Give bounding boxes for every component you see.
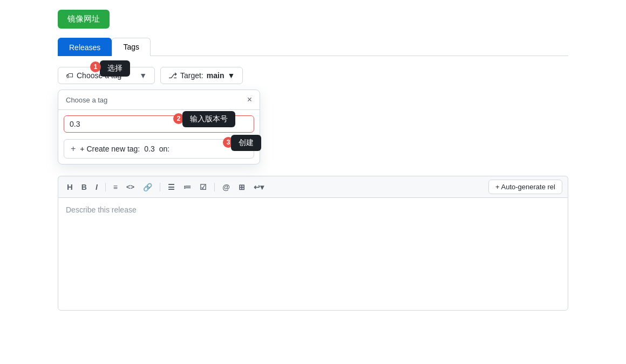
page: 镜像网址 Releases Tags 1 选择 🏷 Choose a tag ▼ [0, 0, 626, 364]
toolbar-separator-2 [160, 183, 160, 191]
autogenerate-button[interactable]: + Auto-generate rel [488, 180, 562, 194]
tooltip-2: 输入版本号 [182, 111, 235, 127]
toolbar-separator-1 [105, 183, 106, 191]
dropdown-header: Choose a tag × [58, 90, 260, 110]
editor-placeholder: Describe this release [66, 205, 137, 214]
code-button[interactable]: <> [123, 181, 138, 193]
editor-section: H B I ≡ <> 🔗 ☰ ≔ ☑ @ ⊞ ↩▾ + Auto-generat… [0, 170, 626, 311]
toolbar-separator-3 [214, 183, 215, 191]
unordered-list-button[interactable]: ☰ [165, 181, 178, 194]
ordered-list-button[interactable]: ≡ [110, 181, 121, 194]
content-area: 1 选择 🏷 Choose a tag ▼ Choose a tag × [0, 56, 626, 84]
bold-button[interactable]: B [78, 181, 90, 194]
link-button[interactable]: 🔗 [140, 181, 155, 194]
task-list-button[interactable]: ≔ [180, 181, 194, 194]
target-label: Target: [180, 71, 203, 80]
dropdown-close-button[interactable]: × [247, 95, 252, 104]
tag-dropdown-panel: Choose a tag × 2 输入版本号 + + Create new ta… [58, 90, 260, 164]
tag-icon: 🏷 [66, 71, 73, 80]
heading-button[interactable]: H [64, 180, 76, 194]
tag-chevron-icon: ▼ [139, 71, 147, 80]
undo-button[interactable]: ↩▾ [250, 181, 267, 194]
tab-releases[interactable]: Releases [58, 38, 112, 56]
tabs-row: Releases Tags [58, 37, 568, 56]
tooltip-1: 选择 [100, 60, 130, 77]
create-tag-value: 0.3 [144, 145, 154, 153]
create-tag-suffix: on: [159, 145, 169, 153]
cross-ref-button[interactable]: ⊞ [235, 181, 248, 194]
toolbar: H B I ≡ <> 🔗 ☰ ≔ ☑ @ ⊞ ↩▾ + Auto-generat… [58, 176, 568, 197]
tooltip-3: 创建 [231, 135, 261, 151]
mention-button[interactable]: @ [219, 181, 233, 194]
target-selector-button[interactable]: ⎇ Target: main ▼ [160, 67, 243, 84]
mirror-button[interactable]: 镜像网址 [58, 10, 110, 29]
create-tag-row: + + Create new tag: 0.3 on: 3 创建 [58, 136, 260, 164]
editor-area[interactable]: Describe this release [58, 197, 568, 311]
top-bar: 镜像网址 Releases Tags [0, 0, 626, 56]
branch-icon: ⎇ [168, 71, 177, 80]
plus-icon: + [71, 144, 76, 154]
checklist-button[interactable]: ☑ [196, 181, 210, 194]
controls-row: 🏷 Choose a tag ▼ Choose a tag × 2 输入版本号 [58, 67, 568, 84]
italic-button[interactable]: I [92, 181, 101, 194]
create-tag-prefix: + Create new tag: [80, 145, 140, 153]
dropdown-title: Choose a tag [66, 96, 107, 104]
target-value: main [207, 71, 224, 80]
target-chevron-icon: ▼ [228, 71, 235, 80]
step-badge-1: 1 [90, 61, 101, 72]
dropdown-search-area: 2 输入版本号 [58, 110, 260, 136]
tab-tags[interactable]: Tags [112, 38, 151, 56]
